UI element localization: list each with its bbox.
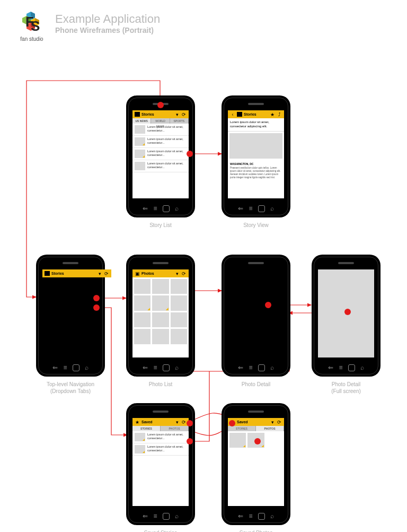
search-icon[interactable]: ⌕ <box>85 364 89 371</box>
home-icon[interactable] <box>348 364 355 371</box>
app-bar: Stories ▾⟳ <box>42 269 111 277</box>
menu-icon[interactable]: ≡ <box>63 364 67 371</box>
back-icon[interactable]: ⇐ <box>143 513 148 520</box>
photo-cell[interactable] <box>171 329 187 344</box>
photo-cell[interactable] <box>229 433 246 448</box>
photo-cell[interactable] <box>134 329 151 344</box>
saved-tabs: STORIES PHOTOS <box>228 426 284 431</box>
story-row[interactable]: Lorem ipsum dolor sit amet, consectetur.… <box>132 160 189 172</box>
back-icon[interactable]: ⇐ <box>238 205 243 212</box>
tab-saved-stories[interactable]: STORIES <box>228 426 256 431</box>
app-bar-title: Photos <box>141 272 173 275</box>
home-icon[interactable] <box>258 364 265 371</box>
photos-icon: ▣ <box>135 271 140 276</box>
page-header: F S fan studio Example Application Phone… <box>16 10 391 42</box>
photo-cell[interactable] <box>152 329 169 344</box>
flow-dot <box>187 420 193 426</box>
photo-cell[interactable] <box>152 279 169 294</box>
photo-cell[interactable] <box>171 279 187 294</box>
photo-cell[interactable] <box>134 279 151 294</box>
page-subtitle: Phone Wireframes (Portrait) <box>55 26 160 34</box>
phone-story-list: Stories ▾⟳ US NEWS WORLD NEWS SPORTS Lor… <box>126 95 195 217</box>
refresh-icon[interactable]: ⟳ <box>181 271 187 276</box>
flow-dot <box>254 438 261 444</box>
photo-cell[interactable] <box>171 312 187 327</box>
photo-cell-empty <box>266 433 282 448</box>
search-icon[interactable]: ⌕ <box>270 513 274 520</box>
phone-photo-detail: ‹ ▣ Photos ☆⤴ Lorem ipsum dolor sit amet… <box>222 255 290 377</box>
story-row[interactable]: Lorem ipsum dolor sit amet, consectetur.… <box>132 431 189 443</box>
home-icon[interactable] <box>258 205 265 212</box>
back-icon[interactable]: ⇐ <box>238 364 243 371</box>
search-icon[interactable]: ⌕ <box>175 205 179 212</box>
app-bar-title: Stories <box>141 112 173 116</box>
home-icon[interactable] <box>163 364 170 371</box>
dropdown-icon[interactable]: ▾ <box>174 112 180 117</box>
home-icon[interactable] <box>163 513 170 520</box>
menu-icon[interactable]: ≡ <box>153 364 157 371</box>
menu-icon[interactable]: ≡ <box>339 364 342 371</box>
flow-dot <box>187 151 193 157</box>
dropdown-icon[interactable]: ▾ <box>270 420 275 425</box>
photo-cell[interactable] <box>134 295 151 310</box>
caption: Top-level Navigation (Dropdown Tabs) <box>36 381 105 395</box>
photo-cell[interactable] <box>134 312 151 327</box>
home-icon[interactable] <box>258 513 265 520</box>
story-row[interactable]: Lorem ipsum dolor sit amet, consectetur.… <box>132 148 189 160</box>
tab-world[interactable]: WORLD NEWS <box>151 118 170 124</box>
flow-dot <box>93 304 100 311</box>
caption: Saved Photos <box>222 529 290 532</box>
svg-text:S: S <box>31 18 40 34</box>
search-icon[interactable]: ⌕ <box>270 364 274 371</box>
refresh-icon[interactable]: ⟳ <box>277 420 282 425</box>
star-icon[interactable]: ★ <box>270 112 275 117</box>
star-icon: ★ <box>135 420 140 425</box>
back-icon[interactable]: ‹ <box>230 112 235 117</box>
story-row[interactable]: Lorem ipsum dolor sit amet, consectetur.… <box>132 124 189 136</box>
story-row[interactable]: Lorem ipsum dolor sit amet, consectetur.… <box>132 443 189 456</box>
app-bar: Stories ▾⟳ <box>132 110 189 118</box>
menu-icon[interactable]: ≡ <box>249 205 252 212</box>
phone-saved-stories: ★ Saved ▾⟳ STORIES PHOTOS Lorem ipsum do… <box>126 403 195 525</box>
home-icon[interactable] <box>73 364 79 371</box>
caption: Photo List <box>126 381 195 388</box>
dropdown-icon[interactable]: ▾ <box>174 420 180 425</box>
home-icon[interactable] <box>163 205 170 212</box>
refresh-icon[interactable]: ⟳ <box>181 112 187 117</box>
refresh-icon[interactable]: ⟳ <box>104 271 109 276</box>
menu-icon[interactable]: ≡ <box>249 364 252 371</box>
share-icon[interactable]: ⤴ <box>277 112 282 117</box>
back-icon[interactable]: ⇐ <box>143 205 148 212</box>
refresh-icon[interactable]: ⟳ <box>181 420 187 425</box>
tab-saved-stories[interactable]: STORIES <box>132 426 161 431</box>
story-row[interactable]: Lorem ipsum dolor sit amet, consectetur.… <box>132 136 189 148</box>
app-bar-title: Saved <box>237 420 268 424</box>
tab-saved-photos[interactable]: PHOTOS <box>256 426 284 431</box>
tab-saved-photos[interactable]: PHOTOS <box>161 426 189 431</box>
photo-cell[interactable] <box>152 312 169 327</box>
search-icon[interactable]: ⌕ <box>360 364 364 371</box>
back-icon[interactable]: ⇐ <box>238 513 243 520</box>
story-hero-image <box>229 133 282 159</box>
photo-cell[interactable] <box>171 295 187 310</box>
search-icon[interactable]: ⌕ <box>175 364 179 371</box>
phone-photo-fullscreen: ⇐≡⌕ Photo Detail (Full screen) <box>312 255 381 377</box>
app-bar-title: Stories <box>244 112 268 116</box>
app-icon <box>237 112 242 117</box>
dropdown-icon[interactable]: ▾ <box>97 271 102 276</box>
dropdown-icon[interactable]: ▾ <box>174 271 180 276</box>
menu-icon[interactable]: ≡ <box>153 513 157 520</box>
back-icon[interactable]: ⇐ <box>52 364 58 371</box>
photo-cell[interactable] <box>152 295 169 310</box>
back-icon[interactable]: ⇐ <box>143 364 148 371</box>
search-icon[interactable]: ⌕ <box>175 513 179 520</box>
tab-sport[interactable]: SPORTS <box>170 118 189 124</box>
tab-us[interactable]: US NEWS <box>132 118 151 124</box>
app-icon <box>135 112 140 117</box>
back-icon[interactable]: ⇐ <box>328 364 333 371</box>
menu-icon[interactable]: ≡ <box>153 205 157 212</box>
phone-story-view: ‹ Stories ★⤴ Lorem ipsum dolor sit amet,… <box>222 95 290 217</box>
menu-icon[interactable]: ≡ <box>249 513 252 520</box>
search-icon[interactable]: ⌕ <box>270 205 274 212</box>
story-tabs: US NEWS WORLD NEWS SPORTS <box>132 118 189 124</box>
